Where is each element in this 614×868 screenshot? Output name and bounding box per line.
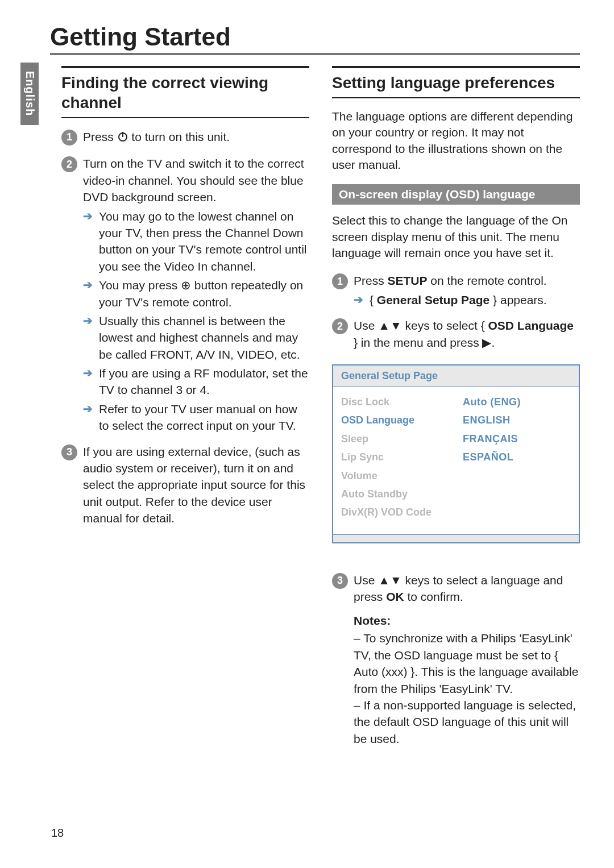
language-tab: English: [20, 63, 39, 125]
sub-text: You may go to the lowest channel on your…: [99, 208, 309, 275]
down-arrow-icon: [390, 574, 402, 587]
osd-item-selected: OSD Language: [341, 411, 449, 429]
text: to turn on this unit.: [128, 130, 230, 143]
step-text: Press to turn on this unit.: [83, 128, 309, 146]
osd-menu-right: Auto (ENG) ENGLISH FRANÇAIS ESPAÑOL: [463, 393, 571, 522]
osd-item: Volume: [341, 467, 449, 485]
text: Turn on the TV and switch it to the corr…: [83, 157, 304, 203]
arrow-icon: ➔: [354, 292, 365, 308]
title-rule: [50, 53, 580, 55]
sub-bullet: ➔{ General Setup Page } appears.: [354, 292, 580, 308]
page-title: Getting Started: [50, 23, 580, 51]
osd-menu-footer: [333, 534, 579, 542]
osd-menu-left: Disc Lock OSD Language Sleep Lip Sync Vo…: [341, 393, 449, 522]
sub-bullet: ➔You may press ⊕ button repeatedly on yo…: [83, 277, 309, 310]
step-badge: 1: [332, 273, 348, 289]
right-steps-1-2: 1 Press SETUP on the remote control. ➔{ …: [332, 272, 580, 351]
sub-bullet: ➔Usually this channel is between the low…: [83, 313, 309, 363]
step-text: If you are using external device, (such …: [83, 443, 309, 527]
t: on the remote control.: [428, 274, 547, 287]
step-3: 3 If you are using external device, (suc…: [61, 443, 309, 527]
step-2: 2 Turn on the TV and switch it to the co…: [61, 155, 309, 434]
t: Use: [354, 319, 378, 332]
right-step-2: 2 Use keys to select { OSD Language } in…: [332, 317, 580, 351]
right-column: Setting language preferences The languag…: [332, 66, 580, 747]
notes-body: – To synchronize with a Philips 'EasyLin…: [354, 630, 580, 747]
ok-key: OK: [386, 590, 404, 603]
setup-key: SETUP: [388, 274, 428, 287]
manual-page: English Getting Started Finding the corr…: [0, 0, 614, 868]
osd-item: Auto Standby: [341, 485, 449, 503]
columns: Finding the correct viewing channel 1 Pr…: [61, 66, 580, 747]
step-text: Use keys to select { OSD Language } in t…: [354, 317, 580, 351]
page-number: 18: [51, 827, 64, 840]
t: } in the menu and press: [354, 336, 482, 349]
arrow-icon: ➔: [83, 208, 94, 275]
osd-option: ENGLISH: [463, 411, 571, 429]
section-rule: [332, 97, 580, 98]
step-badge: 3: [61, 445, 77, 460]
note-line: – If a non-supported language is selecte…: [354, 697, 580, 747]
right-steps-3: 3 Use keys to select a language and pres…: [332, 572, 580, 605]
up-arrow-icon: [378, 574, 390, 587]
right-step-3: 3 Use keys to select a language and pres…: [332, 572, 580, 605]
t: } appears.: [489, 293, 546, 306]
sub-text: You may press ⊕ button repeatedly on you…: [99, 277, 309, 310]
step-text: Turn on the TV and switch it to the corr…: [83, 155, 309, 434]
osd-band-heading: On-screen display (OSD) language: [332, 184, 580, 205]
arrow-icon: ➔: [83, 401, 94, 434]
t: OSD Language: [488, 319, 574, 332]
t: .: [491, 336, 495, 349]
step-text: Press SETUP on the remote control. ➔{ Ge…: [354, 272, 580, 308]
notes-heading: Notes:: [354, 614, 580, 628]
step-badge: 2: [332, 318, 348, 334]
up-arrow-icon: [378, 319, 390, 332]
left-steps: 1 Press to turn on this unit. 2 Turn on …: [61, 128, 309, 527]
step-badge: 3: [332, 573, 348, 589]
step-1: 1 Press to turn on this unit.: [61, 128, 309, 146]
sub-text: If you are using a RF modulator, set the…: [99, 365, 309, 398]
step-text: Use keys to select a language and press …: [354, 572, 580, 605]
osd-item: Lip Sync: [341, 448, 449, 466]
down-arrow-icon: [390, 319, 402, 332]
step-badge: 2: [61, 156, 77, 172]
right-step-1: 1 Press SETUP on the remote control. ➔{ …: [332, 272, 580, 308]
t: to confirm.: [404, 590, 463, 603]
sub-bullet: ➔Refer to your TV user manual on how to …: [83, 401, 309, 434]
osd-item: Sleep: [341, 430, 449, 448]
text: Press: [83, 130, 117, 143]
sub-bullet: ➔If you are using a RF modulator, set th…: [83, 365, 309, 398]
sub-text: { General Setup Page } appears.: [370, 292, 580, 308]
osd-menu-body: Disc Lock OSD Language Sleep Lip Sync Vo…: [333, 387, 579, 534]
power-icon: [117, 130, 128, 146]
right-arrow-icon: [482, 336, 491, 349]
osd-option-selected: Auto (ENG): [463, 393, 571, 411]
section-intro: The language options are different depen…: [332, 109, 580, 173]
osd-menu-panel: General Setup Page Disc Lock OSD Languag…: [332, 364, 580, 543]
section-rule: [332, 66, 580, 68]
t: {: [370, 293, 377, 306]
osd-option: FRANÇAIS: [463, 430, 571, 448]
left-column: Finding the correct viewing channel 1 Pr…: [61, 66, 309, 747]
osd-intro: Select this to change the language of th…: [332, 213, 580, 261]
t: keys to select {: [402, 319, 488, 332]
section-rule: [61, 66, 309, 68]
step-badge: 1: [61, 130, 77, 146]
section-heading-right: Setting language preferences: [332, 72, 580, 94]
osd-item: Disc Lock: [341, 393, 449, 411]
arrow-icon: ➔: [83, 277, 94, 310]
sub-text: Refer to your TV user manual on how to s…: [99, 401, 309, 434]
arrow-icon: ➔: [83, 313, 94, 363]
section-heading-left: Finding the correct viewing channel: [61, 72, 309, 114]
osd-item: DivX(R) VOD Code: [341, 503, 449, 521]
sub-bullet: ➔You may go to the lowest channel on you…: [83, 208, 309, 275]
t: General Setup Page: [377, 293, 489, 306]
section-rule: [61, 117, 309, 118]
t: Use: [354, 574, 378, 587]
arrow-icon: ➔: [83, 365, 94, 398]
sub-text: Usually this channel is between the lowe…: [99, 313, 309, 363]
osd-menu-header: General Setup Page: [333, 366, 579, 387]
note-line: – To synchronize with a Philips 'EasyLin…: [354, 630, 580, 697]
osd-option: ESPAÑOL: [463, 448, 571, 466]
t: Press: [354, 274, 388, 287]
